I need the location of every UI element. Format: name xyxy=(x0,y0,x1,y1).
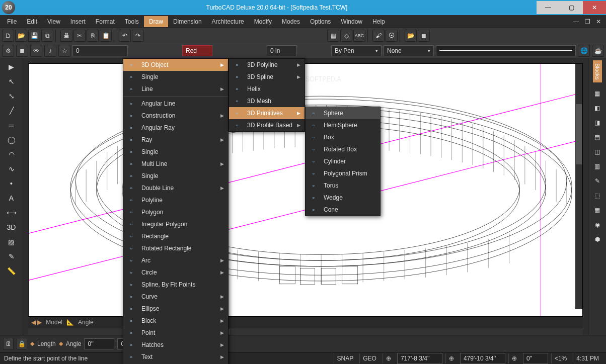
layer-field[interactable]: 0 xyxy=(72,45,128,56)
close-button[interactable]: ✕ xyxy=(583,1,606,14)
select3-tool-icon[interactable]: ⤡ xyxy=(3,89,20,103)
draw-item-single[interactable]: ▫Single xyxy=(123,170,228,182)
palette9-icon[interactable]: ▦ xyxy=(591,204,604,217)
draw-item-spline-by-fit-points[interactable]: ▫Spline, By Fit Points xyxy=(123,279,228,291)
color-red-swatch[interactable]: Red xyxy=(182,45,212,56)
3dobject-item-3d-mesh[interactable]: ▫3D Mesh xyxy=(229,95,305,107)
dimension-tool-icon[interactable]: ⟷ xyxy=(3,206,20,219)
draw-item-arc[interactable]: ▫Arc▶ xyxy=(123,254,228,266)
print-icon[interactable]: 🖶 xyxy=(60,30,72,42)
3dobject-item-3d-polyline[interactable]: ▫3D Polyline▶ xyxy=(229,59,305,71)
paint-icon[interactable]: 🖌 xyxy=(372,30,385,42)
status-zoom[interactable]: <1% xyxy=(551,353,570,363)
new-file-icon[interactable]: 🗋 xyxy=(2,30,14,42)
draw-item-angular-ray[interactable]: ▫Angular Ray xyxy=(123,122,228,134)
menu-insert[interactable]: Insert xyxy=(65,16,91,27)
status-y[interactable]: 479'-10 3/4'' xyxy=(460,353,505,364)
folder2-icon[interactable]: 📂 xyxy=(405,30,417,42)
draw-item-construction[interactable]: ▫Construction▶ xyxy=(123,110,228,122)
select-tool-icon[interactable]: ▶ xyxy=(3,60,20,73)
paste-icon[interactable]: 📋 xyxy=(100,30,112,42)
menu-modify[interactable]: Modify xyxy=(249,16,277,27)
draw-item-curve[interactable]: ▫Curve▶ xyxy=(123,291,228,303)
eye-icon[interactable]: 👁 xyxy=(30,45,42,57)
menu-window[interactable]: Window xyxy=(336,16,367,27)
linetype-preview[interactable] xyxy=(436,45,576,56)
draw-item-line[interactable]: ▫Line▶ xyxy=(123,83,228,95)
menu-architecture[interactable]: Architecture xyxy=(207,16,249,27)
status-x[interactable]: 717'-8 3/4'' xyxy=(397,353,442,364)
globe-icon[interactable]: 🌐 xyxy=(578,45,590,57)
menu-format[interactable]: Format xyxy=(91,16,120,27)
palette1-icon[interactable]: ▦ xyxy=(591,87,604,100)
linestyle-dropdown[interactable]: None xyxy=(384,45,434,56)
maximize-button[interactable]: ▢ xyxy=(560,1,583,14)
menu-options[interactable]: Options xyxy=(305,16,336,27)
palette6-icon[interactable]: ▥ xyxy=(591,160,604,173)
save-all-icon[interactable]: ⧉ xyxy=(41,30,53,42)
bypen-dropdown[interactable]: By Pen xyxy=(331,45,382,56)
curve-tool-icon[interactable]: ∿ xyxy=(3,162,20,175)
draw-item-block[interactable]: ▫Block▶ xyxy=(123,315,228,327)
menu-help[interactable]: Help xyxy=(367,16,390,27)
menu-modes[interactable]: Modes xyxy=(277,16,305,27)
palette8-icon[interactable]: ⬚ xyxy=(591,189,604,202)
minimize-button[interactable]: — xyxy=(537,1,560,14)
primitive-item-rotated-box[interactable]: ▫Rotated Box xyxy=(306,143,380,155)
primitive-item-torus[interactable]: ▫Torus xyxy=(306,179,380,192)
layers-icon[interactable]: ≣ xyxy=(418,30,430,42)
note-icon[interactable]: ♪ xyxy=(44,45,56,57)
mdi-close[interactable]: ✕ xyxy=(593,18,604,25)
status-snap[interactable]: SNAP xyxy=(334,353,357,363)
modify-tool-icon[interactable]: ✎ xyxy=(3,250,20,263)
select2-tool-icon[interactable]: ↖ xyxy=(3,75,20,88)
cut-icon[interactable]: ✂ xyxy=(73,30,86,42)
width-field[interactable]: 0 in xyxy=(267,45,297,56)
status-z[interactable]: 0'' xyxy=(523,353,548,364)
copy-icon[interactable]: ⎘ xyxy=(87,30,99,42)
save-icon[interactable]: 💾 xyxy=(28,30,40,42)
palette3-icon[interactable]: ◨ xyxy=(591,116,604,129)
point-tool-icon[interactable]: • xyxy=(3,177,20,190)
palette11-icon[interactable]: ⬢ xyxy=(591,233,604,246)
draw-item-rectangle[interactable]: ▫Rectangle xyxy=(123,230,228,242)
circle-tool-icon[interactable]: ◯ xyxy=(3,133,20,146)
horizontal-scrollbar[interactable] xyxy=(28,328,583,335)
3d-tool-icon[interactable]: 3D xyxy=(3,221,20,234)
primitive-item-wedge[interactable]: ▫Wedge xyxy=(306,192,380,204)
layers2-icon[interactable]: ≣ xyxy=(16,45,28,57)
3dobject-item-3d-primitives[interactable]: ▫3D Primitives▶ xyxy=(229,107,305,119)
palette7-icon[interactable]: ✎ xyxy=(591,174,604,188)
menu-tools[interactable]: Tools xyxy=(120,16,144,27)
draw-item-text[interactable]: ▫Text▶ xyxy=(123,351,228,363)
draw-item-single[interactable]: ▫Single xyxy=(123,71,228,83)
palette2-icon[interactable]: ◧ xyxy=(591,102,604,115)
menu-dimension[interactable]: Dimension xyxy=(168,16,207,27)
doubleline-tool-icon[interactable]: ═ xyxy=(3,119,20,132)
cup-icon[interactable]: ☕ xyxy=(592,45,604,57)
tab-angle[interactable]: Angle xyxy=(78,319,94,326)
primitive-item-hemisphere[interactable]: ▫HemiSphere xyxy=(306,119,380,131)
arc-tool-icon[interactable]: ◠ xyxy=(3,148,20,161)
palette5-icon[interactable]: ◫ xyxy=(591,145,604,158)
star-icon[interactable]: ☆ xyxy=(58,45,70,57)
primitive-item-cylinder[interactable]: ▫Cylinder xyxy=(306,155,380,167)
menu-edit[interactable]: Edit xyxy=(22,16,42,27)
draw-item-ellipse[interactable]: ▫Ellipse▶ xyxy=(123,303,228,315)
calendar-icon[interactable]: 🗓 xyxy=(3,338,14,350)
status-geo[interactable]: GEO xyxy=(359,353,380,363)
mdi-minimize[interactable]: — xyxy=(571,18,582,25)
primitive-item-sphere[interactable]: ▫Sphere xyxy=(306,107,380,119)
primitive-item-polygonal-prism[interactable]: ▫Polygonal Prism xyxy=(306,167,380,179)
mdi-restore[interactable]: ❐ xyxy=(582,18,593,25)
measure-tool-icon[interactable]: 📏 xyxy=(3,264,20,278)
vertical-scrollbar[interactable] xyxy=(575,64,582,309)
primitive-item-cone[interactable]: ▫Cone xyxy=(306,204,380,216)
3dobject-item-helix[interactable]: ▫Helix xyxy=(229,83,305,95)
open-icon[interactable]: 📂 xyxy=(15,30,27,42)
lock-icon[interactable]: 🔒 xyxy=(17,338,27,350)
eyedropper-icon[interactable]: ⦿ xyxy=(386,30,398,42)
menu-view[interactable]: View xyxy=(42,16,65,27)
text-tool-icon[interactable]: A xyxy=(3,192,20,205)
draw-item-3d-object[interactable]: ▫3D Object▶ xyxy=(123,59,228,71)
